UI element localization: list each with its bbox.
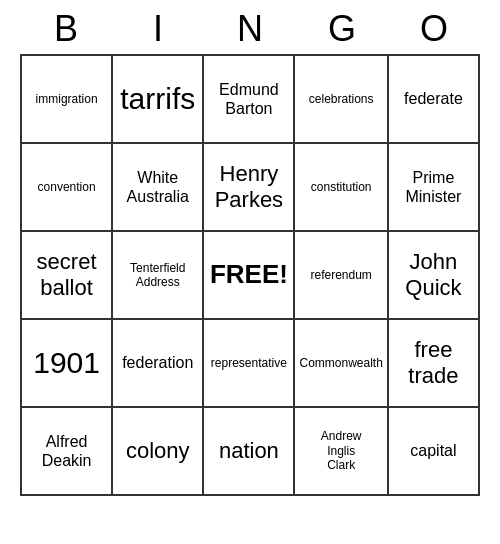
cell-text: Prime Minister — [405, 168, 461, 206]
bingo-cell: White Australia — [113, 144, 204, 232]
bingo-cell: Alfred Deakin — [22, 408, 113, 496]
bingo-cell: representative — [204, 320, 295, 408]
cell-text: colony — [126, 438, 190, 464]
bingo-cell: secret ballot — [22, 232, 113, 320]
bingo-letter: N — [210, 8, 290, 50]
cell-text: free trade — [408, 337, 458, 390]
bingo-cell: referendum — [295, 232, 388, 320]
cell-text: tarrifs — [120, 81, 195, 117]
cell-text: convention — [38, 180, 96, 194]
bingo-cell: FREE! — [204, 232, 295, 320]
bingo-grid: immigrationtarrifsEdmund Bartoncelebrati… — [20, 54, 480, 496]
cell-text: secret ballot — [37, 249, 97, 302]
cell-text: federation — [122, 353, 193, 372]
bingo-cell: 1901 — [22, 320, 113, 408]
bingo-cell: convention — [22, 144, 113, 232]
cell-text: celebrations — [309, 92, 374, 106]
cell-text: immigration — [36, 92, 98, 106]
bingo-cell: immigration — [22, 56, 113, 144]
cell-text: capital — [410, 441, 456, 460]
cell-text: constitution — [311, 180, 372, 194]
bingo-cell: capital — [389, 408, 480, 496]
cell-text: representative — [211, 356, 287, 370]
cell-text: 1901 — [33, 345, 100, 381]
bingo-cell: federation — [113, 320, 204, 408]
bingo-cell: Henry Parkes — [204, 144, 295, 232]
cell-text: Alfred Deakin — [42, 432, 92, 470]
bingo-cell: celebrations — [295, 56, 388, 144]
bingo-letter: G — [302, 8, 382, 50]
cell-text: FREE! — [210, 259, 288, 290]
bingo-letter: O — [394, 8, 474, 50]
cell-text: White Australia — [127, 168, 189, 206]
bingo-cell: John Quick — [389, 232, 480, 320]
cell-text: Edmund Barton — [219, 80, 279, 118]
bingo-cell: colony — [113, 408, 204, 496]
cell-text: Tenterfield Address — [130, 261, 185, 290]
cell-text: Andrew Inglis Clark — [321, 429, 362, 472]
bingo-cell: Tenterfield Address — [113, 232, 204, 320]
cell-text: federate — [404, 89, 463, 108]
bingo-cell: free trade — [389, 320, 480, 408]
bingo-cell: Andrew Inglis Clark — [295, 408, 388, 496]
bingo-cell: constitution — [295, 144, 388, 232]
cell-text: John Quick — [405, 249, 461, 302]
cell-text: Commonwealth — [299, 356, 382, 370]
bingo-header: BINGO — [20, 0, 480, 54]
bingo-cell: Edmund Barton — [204, 56, 295, 144]
bingo-cell: nation — [204, 408, 295, 496]
bingo-cell: Commonwealth — [295, 320, 388, 408]
cell-text: nation — [219, 438, 279, 464]
bingo-letter: I — [118, 8, 198, 50]
bingo-cell: federate — [389, 56, 480, 144]
bingo-cell: Prime Minister — [389, 144, 480, 232]
cell-text: referendum — [310, 268, 371, 282]
bingo-letter: B — [26, 8, 106, 50]
bingo-cell: tarrifs — [113, 56, 204, 144]
cell-text: Henry Parkes — [215, 161, 283, 214]
